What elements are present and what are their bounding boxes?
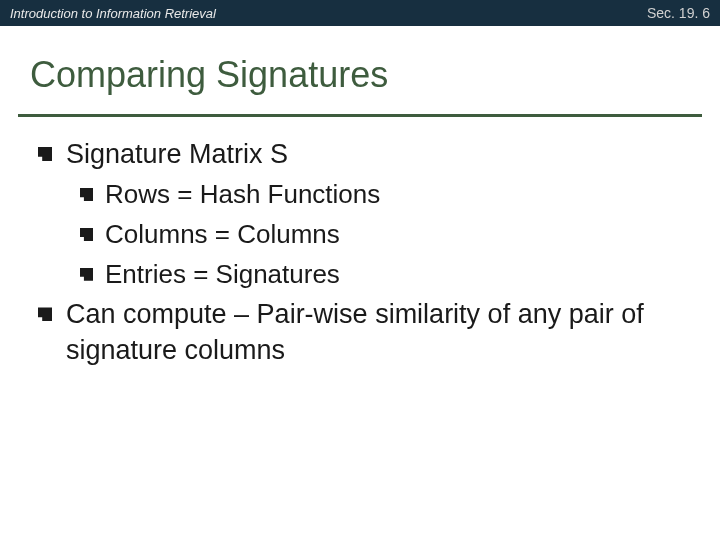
bullet-icon	[38, 147, 52, 161]
list-item: Signature Matrix S	[38, 137, 682, 172]
bullet-icon	[38, 307, 52, 321]
header-bar: Introduction to Information Retrieval Se…	[0, 0, 720, 26]
bullet-text: Rows = Hash Functions	[105, 178, 380, 212]
title-area: Comparing Signatures	[0, 26, 720, 106]
bullet-icon	[80, 268, 93, 281]
bullet-text: Columns = Columns	[105, 218, 340, 252]
slide-title: Comparing Signatures	[30, 54, 690, 96]
list-item: Entries = Signatures	[80, 258, 682, 292]
content-area: Signature Matrix S Rows = Hash Functions…	[0, 117, 720, 368]
bullet-text: Entries = Signatures	[105, 258, 340, 292]
bullet-text: Signature Matrix S	[66, 137, 288, 172]
list-item: Rows = Hash Functions	[80, 178, 682, 212]
list-item: Columns = Columns	[80, 218, 682, 252]
section-label: Sec. 19. 6	[647, 5, 710, 21]
bullet-icon	[80, 188, 93, 201]
list-item: Can compute – Pair-wise similarity of an…	[38, 297, 682, 367]
bullet-icon	[80, 228, 93, 241]
bullet-text: Can compute – Pair-wise similarity of an…	[66, 297, 682, 367]
course-title: Introduction to Information Retrieval	[10, 6, 216, 21]
